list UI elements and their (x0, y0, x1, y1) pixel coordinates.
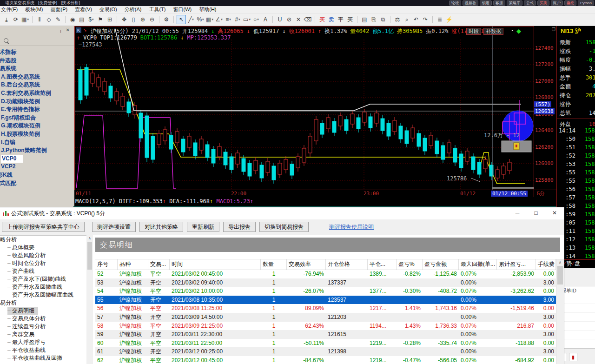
menu-0[interactable]: 文件(F) (0, 6, 21, 13)
edit-formula-icon[interactable]: ✎ (54, 15, 62, 24)
chart-button-时段[interactable]: 时段 (466, 28, 481, 35)
report-button-1[interactable]: 测评选项设置 (92, 222, 136, 232)
report-icon[interactable]: ▤ (78, 15, 86, 24)
table-row[interactable]: 62沪镍加权平空2021/03/12 00:45:001-84.67%1219.… (95, 356, 556, 364)
quote-tab-势[interactable]: 势 (565, 260, 573, 267)
sidebar-item-D.功能模块范例[interactable]: D.功能模块范例 (1, 98, 40, 105)
line-tool-icon[interactable]: ╱▾ (187, 15, 195, 24)
table-row[interactable]: 54沪镍加权平空2021/03/02 10:00:001-26.07%1377.… (95, 287, 556, 296)
balance-icon[interactable]: ⚖ (393, 15, 402, 24)
table-row[interactable]: 53沪镍加权开空2021/03/02 09:40:0011373370.00%3… (95, 278, 556, 287)
column-header-7[interactable]: 平仓... (368, 259, 397, 270)
nav-item-交易总体分析[interactable]: – 交易总体分析 (7, 315, 46, 322)
sidebar-item-交易系统[interactable]: 交易系统 (0, 65, 16, 72)
orderbook-icon[interactable]: ▮ (569, 353, 577, 361)
record-icon[interactable]: ◉ (68, 15, 77, 24)
candlestick-chart-panel[interactable]: 沪镍加权(5分)21/01/12 00:55开125984↓高126065↓低1… (74, 26, 534, 190)
nav-item-资产升水及回撤曲线[interactable]: – 资产升水及回撤曲线 (7, 284, 62, 290)
copy-icon[interactable]: ⎘ (370, 15, 378, 24)
close-button[interactable]: ✕ (545, 207, 564, 219)
column-header-12[interactable]: 手续费 (536, 259, 556, 270)
delete-icon[interactable]: ✕ (294, 15, 303, 24)
report-titlebar[interactable]: 公式测试系统 - 交易系统 : VCP0() 5分 ─□✕ (0, 207, 564, 219)
sidebar-item-E.专用特色指标[interactable]: E.专用特色指标 (1, 106, 40, 113)
sidebar-item-J.Python策略范例[interactable]: J.Python策略范例 (1, 147, 47, 153)
settings-icon[interactable]: ⚙ (162, 15, 171, 24)
sidebar-item-H.股票模块范例[interactable]: H.股票模块范例 (1, 131, 40, 137)
sidebar-item-I.自编[interactable]: I.自编 (1, 139, 15, 146)
nav-item-资产升水及回撤幅度曲线[interactable]: – 资产升水及回撤幅度曲线 (7, 291, 73, 298)
nav-item-平仓收益曲线[interactable]: – 平仓收益曲线 (7, 347, 46, 353)
menu-1[interactable]: 板块(M) (21, 6, 47, 13)
grid-icon[interactable]: ⊞ (106, 15, 114, 24)
menu-3[interactable]: 查看(V) (71, 6, 96, 13)
topbar-button-锁定[interactable]: 锁定 (480, 0, 492, 6)
objects-icon[interactable]: ◇ (45, 15, 53, 24)
topbar-button-客服[interactable]: 客服 (493, 0, 505, 6)
gann-tool-icon[interactable]: ▦▾ (205, 15, 214, 24)
menu-5[interactable]: 分析(A) (121, 6, 145, 13)
chart-tile-1[interactable]: ➘ (82, 27, 88, 33)
column-header-2[interactable]: 交易... (148, 259, 170, 270)
sidebar-item-B.后台交易系统[interactable]: B.后台交易系统 (1, 81, 40, 88)
table-row[interactable]: 59沪镍加权开空2021/03/11 22:30:0011216150.00%3… (95, 330, 556, 339)
sidebar-item-C.套利交易系统范例[interactable]: C.套利交易系统范例 (1, 90, 51, 96)
nav-item-资产曲线[interactable]: – 资产曲线 (7, 268, 34, 274)
report-button-0[interactable]: 上传测评报告至策略共享中心 (2, 222, 85, 232)
rect-tool-icon[interactable]: ▭▾ (243, 15, 251, 24)
table-row[interactable]: 55沪镍加权开空2021/03/08 10:35:0011235370.00%3… (95, 296, 556, 304)
table-row[interactable]: 58沪镍加权平空2021/03/09 21:25:00162.43%1194..… (95, 322, 556, 331)
column-header-8[interactable]: 盈亏% (397, 259, 423, 270)
table-row[interactable]: 60沪镍加权平空2021/03/11 22:50:001-50.11%1219.… (95, 339, 556, 348)
sidebar-item-条件选股[interactable]: 条件选股 (0, 57, 16, 64)
sidebar-item-彩K线[interactable]: 彩K线 (0, 172, 13, 178)
menu-4[interactable]: 交易(O) (96, 6, 121, 13)
topbar-button-策略库[interactable]: 策略库 (507, 0, 522, 6)
topbar-button-Python[interactable]: Python (578, 0, 594, 6)
buy-button[interactable]: 买 (318, 15, 326, 24)
circle-tool-icon[interactable]: ○▾ (252, 15, 260, 24)
search-icon[interactable] (4, 38, 9, 44)
close-position-button[interactable]: 平 (337, 15, 345, 24)
redo-icon[interactable]: ↷ (421, 15, 430, 24)
erase-icon[interactable]: ⌫ (304, 15, 312, 24)
nav-item-连续盈亏分析[interactable]: – 连续盈亏分析 (7, 323, 46, 330)
nav-item-交易分析[interactable]: 交易分析 (0, 299, 17, 306)
table-row[interactable]: 61沪镍加权开空2021/03/12 00:25:0011213980.00%3… (95, 347, 556, 356)
topbar-button-委托[interactable]: 委托 (564, 0, 576, 6)
nav-item-最大浮盈浮亏[interactable]: – 最大浮盈浮亏 (7, 339, 46, 345)
quote-tab-盘[interactable]: 盘 (574, 260, 581, 267)
pin-icon[interactable]: ┬ (59, 27, 62, 33)
column-header-6[interactable]: 开仓价格 (326, 259, 368, 270)
nav-item-平仓收益曲线及回撤[interactable]: – 平仓收益曲线及回撤 (7, 355, 62, 361)
clock-icon[interactable]: ◔ (510, 28, 514, 33)
download-icon[interactable]: ⤓ (2, 15, 11, 24)
flag-icon[interactable]: ⚑ (96, 15, 105, 24)
sidebar-item-VCP2[interactable]: VCP2 (1, 163, 15, 170)
topbar-button-论坛[interactable]: 论坛 (449, 0, 461, 6)
quote-symbol[interactable]: NI13 沪 (557, 26, 595, 36)
chart-tile-0[interactable]: K (76, 27, 81, 33)
column-header-9[interactable]: 盈亏金额 (423, 259, 459, 270)
menu-2[interactable]: 画面(P) (47, 6, 72, 13)
ban-icon[interactable]: ⊘ (285, 15, 293, 24)
nav-item-离群交易[interactable]: – 离群交易 (7, 331, 34, 338)
sell-button[interactable]: 卖 (327, 15, 336, 24)
nav-item-收益风险分析[interactable]: – 收益风险分析 (7, 252, 46, 258)
table-scrollbar[interactable]: ∧ (556, 259, 564, 364)
column-header-11[interactable]: 累计盈亏... (497, 259, 536, 270)
topbar-button-视频教[interactable]: 视频教 (463, 0, 478, 6)
sidebar-item-G.期权模块范例[interactable]: G.期权模块范例 (1, 122, 40, 129)
sidebar-item-F.gsf期权组合[interactable]: F.gsf期权组合 (1, 114, 36, 121)
column-header-1[interactable]: 品种 (118, 259, 148, 270)
pointer-tool-icon[interactable]: ↖ (177, 15, 186, 24)
quick-icon[interactable]: ⚡ (445, 15, 453, 24)
menu-6[interactable]: 工具(T) (145, 6, 169, 13)
column-header-3[interactable]: 时间 (170, 259, 261, 270)
table-row[interactable]: 57沪镍加权开空2021/03/09 14:50:0011212030.00%3… (95, 313, 556, 322)
table-row[interactable]: 52沪镍加权平空2021/03/02 00:45:001-76.94%1389.… (95, 270, 556, 278)
column-header-5[interactable]: 交易效率 (287, 259, 326, 270)
nav-item-时间仓位分析[interactable]: – 时间仓位分析 (7, 260, 46, 266)
maximize-button[interactable]: □ (527, 207, 545, 219)
hline-tool-icon[interactable]: ≡▾ (224, 15, 232, 24)
